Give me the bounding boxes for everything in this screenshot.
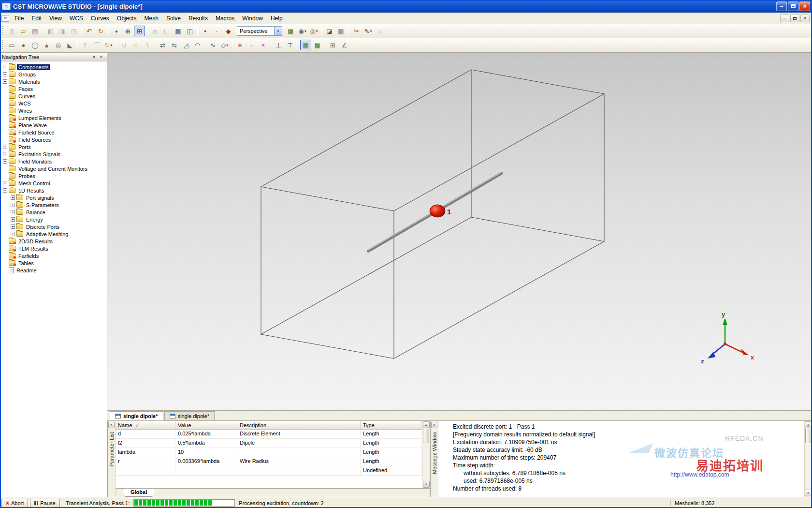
redo-button[interactable]: ↻ <box>95 26 106 36</box>
tree-item-s-parameters[interactable]: + S-Parameters <box>0 201 107 209</box>
menu-wcs[interactable]: WCS <box>66 13 87 24</box>
mesh-properties-button[interactable]: ▦ <box>300 40 311 50</box>
chamfer-button[interactable]: ◿ <box>180 40 191 50</box>
reset-view-button[interactable]: ⌂ <box>149 26 160 36</box>
undo-button[interactable]: ↶ <box>84 26 95 36</box>
tree-item-voltage-and-current-monitors[interactable]: Voltage and Current Monitors <box>0 165 107 172</box>
export-image-button[interactable]: ◨ <box>57 26 68 36</box>
loft-button[interactable]: ⌒ <box>91 40 102 50</box>
boolean-add-button[interactable]: ∪ <box>118 40 130 50</box>
menu-solve[interactable]: Solve <box>162 13 185 24</box>
tree-item-probes[interactable]: Probes <box>0 172 107 179</box>
pick-face-button[interactable]: ◆ <box>223 26 234 36</box>
tree-item-2d-3d-results[interactable]: 2D/3D Results <box>0 238 107 245</box>
rotate-solid-button[interactable]: ↻▾ <box>103 40 114 50</box>
tree-item-adaptive-meshing[interactable]: + Adaptive Meshing <box>0 230 107 238</box>
tree-item-components[interactable]: + Components <box>0 63 107 71</box>
tree-item-groups[interactable]: + Groups <box>0 71 107 78</box>
create-sphere-button[interactable]: ● <box>18 40 29 50</box>
tree-item-mesh-control[interactable]: + Mesh Control <box>0 179 107 187</box>
tree-item-faces[interactable]: Faces <box>0 85 107 92</box>
menu-macros[interactable]: Macros <box>212 13 238 24</box>
chevron-down-icon[interactable]: ▾ <box>90 54 98 60</box>
tree-expand-toggle[interactable]: + <box>3 145 7 149</box>
message-scrollbar[interactable]: ▲ ▼ <box>804 421 812 497</box>
tree-expand-toggle[interactable]: + <box>3 159 7 164</box>
grid-view-button[interactable]: ▦ <box>173 26 184 36</box>
tree-expand-toggle[interactable]: + <box>11 217 15 222</box>
scroll-thumb[interactable] <box>805 429 812 443</box>
chevron-down-icon[interactable]: ▼ <box>274 27 282 35</box>
tree-expand-toggle[interactable]: + <box>11 210 15 214</box>
close-button[interactable]: × <box>799 1 810 11</box>
tree-item-excitation-signals[interactable]: + Excitation Signals <box>0 150 107 158</box>
tree-expand-toggle[interactable]: + <box>11 203 15 207</box>
tree-item-wcs[interactable]: WCS <box>0 100 107 107</box>
parameter-row[interactable]: lambda 10 Length <box>116 448 422 457</box>
column-header-description[interactable]: Description <box>237 421 361 429</box>
global-mesh-button[interactable]: ▩ <box>312 40 323 50</box>
toolbar-grip[interactable] <box>2 26 4 36</box>
wcs-tool-button[interactable]: ⊥ <box>273 40 284 50</box>
scroll-up-icon[interactable]: ▲ <box>423 421 430 428</box>
create-brick-button[interactable]: ▭ <box>6 40 17 50</box>
delete-object-button[interactable]: ◌ <box>374 26 385 36</box>
tree-item-lumped-elements[interactable]: Lumped Elements <box>0 114 107 121</box>
boolean-cut-button[interactable]: ∖ <box>142 40 153 50</box>
tree-expand-toggle[interactable]: + <box>3 181 7 185</box>
tree-item-farfield-source[interactable]: Farfield Source <box>0 129 107 136</box>
mdi-minimize-button[interactable]: − <box>780 15 789 22</box>
save-button[interactable]: ▤ <box>29 26 41 36</box>
tree-item-readme[interactable]: Readme <box>0 267 107 274</box>
tree-expand-toggle[interactable]: + <box>3 79 7 84</box>
align-wcs-button[interactable]: ⊤ <box>285 40 296 50</box>
tree-expand-toggle[interactable]: + <box>3 65 7 69</box>
tree-item-ports[interactable]: + Ports <box>0 143 107 150</box>
menu-window[interactable]: Window <box>238 13 267 24</box>
result-view-button[interactable]: ◎▾ <box>308 26 319 36</box>
print-button[interactable]: ⊡ <box>68 26 79 36</box>
farfield-plot-button[interactable]: ▥ <box>335 26 347 36</box>
scroll-up-icon[interactable]: ▲ <box>805 421 812 428</box>
parameter-row[interactable]: d 0.025*lambda Discrete Element Length <box>116 430 422 439</box>
mesh-view-button[interactable]: ▩ <box>285 26 296 36</box>
mdi-restore-button[interactable] <box>790 15 799 22</box>
mirror-button[interactable]: ⇋ <box>169 40 180 50</box>
create-cone-button[interactable]: ▲ <box>41 40 52 50</box>
parameter-row[interactable]: l2 0.5*lambda Dipole Length <box>116 439 422 448</box>
tree-expand-toggle[interactable]: + <box>3 72 7 76</box>
extrude-button[interactable]: ⇑ <box>80 40 91 50</box>
open-file-button[interactable]: ▱ <box>18 26 29 36</box>
pick-points-tool-button[interactable]: ∗ <box>234 40 246 50</box>
doc-tab[interactable]: single dipole* <box>164 411 215 420</box>
close-icon[interactable]: × <box>108 422 115 428</box>
tree-item-wires[interactable]: Wires <box>0 107 107 114</box>
menu-edit[interactable]: Edit <box>28 13 45 24</box>
zoom-window-button[interactable]: ⊞ <box>134 26 145 36</box>
workplane-button[interactable]: ⊞ <box>327 40 338 50</box>
parameter-row[interactable]: r 0.003369*lambda Wire Radius Length <box>116 457 422 466</box>
tree-item-tlm-results[interactable]: TLM Results <box>0 245 107 252</box>
tree-item-discrete-ports[interactable]: + Discrete Ports <box>0 223 107 230</box>
column-header-type[interactable]: Type <box>361 421 422 429</box>
blend-button[interactable]: ◠ <box>192 40 203 50</box>
abort-button[interactable]: × Abort <box>1 499 28 508</box>
tree-expand-toggle[interactable]: - <box>3 188 7 193</box>
transform-button[interactable]: ⇄ <box>157 40 168 50</box>
scroll-thumb[interactable] <box>423 429 429 443</box>
perspective-select[interactable]: Perspective ▼ <box>237 26 282 36</box>
menu-help[interactable]: Help <box>267 13 287 24</box>
doc-tab[interactable]: single dipole* <box>110 411 163 420</box>
material-view-button[interactable]: ◉▾ <box>297 26 308 36</box>
column-header-value[interactable]: Value <box>175 421 237 429</box>
scroll-down-icon[interactable]: ▼ <box>423 481 430 488</box>
global-sheet-tab[interactable]: Global <box>122 489 155 497</box>
tree-item-energy[interactable]: + Energy <box>0 216 107 223</box>
minimize-button[interactable]: − <box>776 1 787 11</box>
create-cylinder-button[interactable]: ◯ <box>29 40 41 50</box>
pick-edge-button[interactable]: ∙ <box>211 26 222 36</box>
axis-view-button[interactable]: ∟ <box>161 26 172 36</box>
copy-image-button[interactable]: ◧ <box>45 26 56 36</box>
create-curve-button[interactable]: ∿ <box>207 40 218 50</box>
pan-view-button[interactable]: + <box>111 26 122 36</box>
